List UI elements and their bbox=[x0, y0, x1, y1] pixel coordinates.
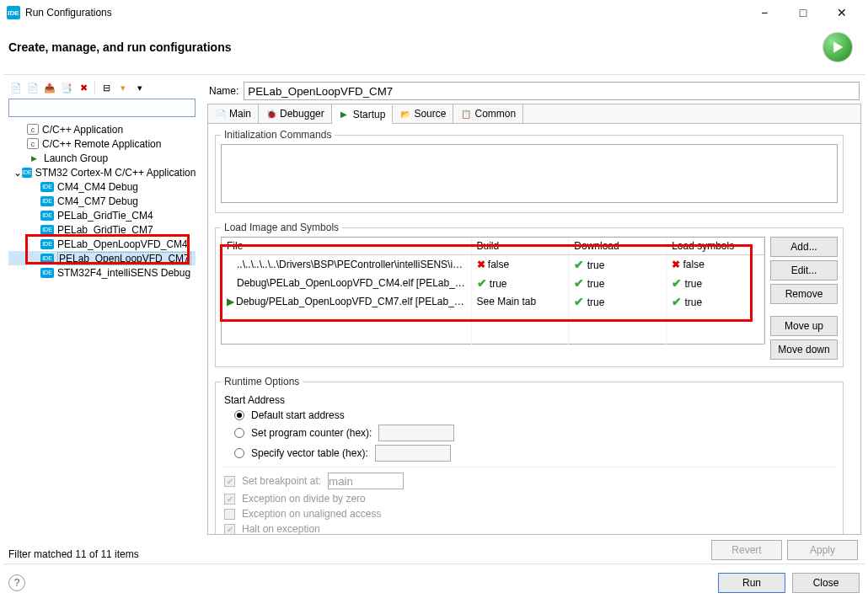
left-panel: 📄 📄 📤 📑 ✖ ⊟ ▾ ▾ cC/C++ Application cC/C+… bbox=[3, 75, 201, 564]
load-image-table[interactable]: File Build Download Load symbols ..\..\.… bbox=[221, 237, 765, 345]
table-row[interactable]: ▶Debug/PELab_OpenLoopVFD_CM7.elf [PELab_… bbox=[222, 292, 764, 311]
tab-main[interactable]: 📄Main bbox=[208, 104, 259, 123]
tree-item[interactable]: IDESTM32F4_intelliSENS Debug bbox=[8, 265, 196, 280]
halt-exception-label: Halt on exception bbox=[242, 523, 320, 535]
default-start-label: Default start address bbox=[251, 409, 345, 421]
new-proto-button[interactable]: 📄 bbox=[25, 80, 40, 95]
init-commands-legend: Initialization Commands bbox=[221, 129, 335, 141]
col-file[interactable]: File bbox=[222, 238, 471, 255]
collapse-button[interactable]: ▾ bbox=[115, 80, 131, 95]
exception-unaligned-checkbox bbox=[224, 509, 235, 520]
tree-item[interactable]: IDECM4_CM7 Debug bbox=[8, 194, 196, 208]
false-icon: ✖ bbox=[477, 259, 485, 270]
exception-unaligned-label: Exception on unaligned access bbox=[242, 508, 381, 520]
move-down-button[interactable]: Move down bbox=[770, 339, 838, 360]
table-row[interactable]: ..\..\..\..\..\Drivers\BSP\PEController\… bbox=[222, 255, 764, 275]
name-label: Name: bbox=[209, 85, 238, 97]
col-download[interactable]: Download bbox=[569, 238, 667, 255]
delete-button[interactable]: ✖ bbox=[76, 80, 91, 95]
init-commands-textarea[interactable] bbox=[221, 144, 838, 203]
play-icon: ▶ bbox=[227, 296, 234, 307]
tab-debugger[interactable]: 🐞Debugger bbox=[259, 104, 332, 123]
window-title: Run Configurations bbox=[25, 7, 745, 19]
col-build[interactable]: Build bbox=[471, 238, 569, 255]
pc-hex-input bbox=[378, 425, 454, 441]
maximize-button[interactable]: □ bbox=[784, 0, 822, 25]
minimize-button[interactable]: − bbox=[745, 0, 784, 25]
load-image-group: Load Image and Symbols File Build Downlo… bbox=[215, 222, 844, 367]
set-breakpoint-checkbox: ✔ bbox=[224, 476, 235, 487]
config-tree[interactable]: cC/C++ Application cC/C++ Remote Applica… bbox=[8, 120, 196, 543]
apply-button: Apply bbox=[787, 540, 858, 560]
set-breakpoint-label: Set breakpoint at: bbox=[242, 475, 321, 487]
true-icon: ✔ bbox=[672, 295, 682, 308]
close-window-button[interactable]: ✕ bbox=[822, 0, 861, 25]
true-icon: ✔ bbox=[477, 276, 487, 290]
true-icon: ✔ bbox=[574, 258, 584, 271]
runtime-options-group: Runtime Options Start Address Default st… bbox=[215, 376, 844, 535]
runtime-legend: Runtime Options bbox=[221, 376, 303, 387]
run-button[interactable]: Run bbox=[718, 573, 785, 593]
dialog-footer: ? Run Close bbox=[0, 564, 868, 601]
dialog-subtitle: Create, manage, and run configurations bbox=[8, 40, 232, 54]
edit-button[interactable]: Edit... bbox=[770, 260, 838, 280]
tree-item[interactable]: IDECM4_CM4 Debug bbox=[8, 179, 196, 194]
load-image-legend: Load Image and Symbols bbox=[221, 222, 342, 233]
true-icon: ✔ bbox=[672, 276, 682, 290]
config-toolbar: 📄 📄 📤 📑 ✖ ⊟ ▾ ▾ bbox=[8, 78, 196, 99]
tree-item[interactable]: ▶Launch Group bbox=[8, 151, 196, 165]
tree-item[interactable]: IDEPELab_OpenLoopVFD_CM4 bbox=[8, 237, 196, 251]
halt-exception-checkbox: ✔ bbox=[224, 524, 235, 535]
table-row[interactable]: Debug\PELab_OpenLoopVFD_CM4.elf [PELab_O… bbox=[222, 274, 764, 292]
init-commands-group: Initialization Commands bbox=[215, 129, 844, 213]
tree-item-selected[interactable]: IDEPELab_OpenLoopVFD_CM7 bbox=[8, 251, 196, 265]
duplicate-button[interactable]: 📑 bbox=[59, 80, 74, 95]
tab-content[interactable]: Initialization Commands Load Image and S… bbox=[207, 124, 861, 535]
vt-hex-input bbox=[375, 445, 451, 462]
false-icon: ✖ bbox=[672, 259, 680, 270]
remove-button[interactable]: Remove bbox=[770, 284, 838, 304]
tree-item[interactable]: IDEPELab_GridTie_CM4 bbox=[8, 208, 196, 222]
config-name-input[interactable] bbox=[244, 82, 860, 100]
tree-item[interactable]: ⌄IDESTM32 Cortex-M C/C++ Application bbox=[8, 165, 196, 179]
exception-div-checkbox: ✔ bbox=[224, 494, 235, 505]
set-pc-label: Set program counter (hex): bbox=[251, 427, 372, 439]
new-config-button[interactable]: 📄 bbox=[8, 80, 24, 95]
titlebar: IDE Run Configurations − □ ✕ bbox=[0, 0, 868, 25]
default-start-radio[interactable] bbox=[234, 410, 244, 420]
true-icon: ✔ bbox=[574, 276, 584, 290]
tree-item[interactable]: cC/C++ Remote Application bbox=[8, 136, 196, 151]
right-panel: Name: 📄Main 🐞Debugger ▶Startup 📂Source 📋… bbox=[201, 75, 865, 564]
help-icon[interactable]: ? bbox=[8, 574, 25, 591]
true-icon: ✔ bbox=[574, 295, 584, 308]
exception-div-label: Exception on divide by zero bbox=[242, 493, 366, 505]
tab-source[interactable]: 📂Source bbox=[393, 104, 453, 123]
export-button[interactable]: 📤 bbox=[42, 80, 57, 95]
set-vt-radio[interactable] bbox=[234, 448, 244, 458]
filter-input[interactable] bbox=[8, 99, 196, 117]
revert-button: Revert bbox=[711, 540, 782, 560]
tabs: 📄Main 🐞Debugger ▶Startup 📂Source 📋Common bbox=[207, 104, 861, 124]
expand-button[interactable]: ⊟ bbox=[99, 80, 114, 95]
close-button[interactable]: Close bbox=[792, 573, 860, 593]
tree-item[interactable]: IDEPELab_GridTie_CM7 bbox=[8, 222, 196, 237]
tree-item[interactable]: cC/C++ Application bbox=[8, 122, 196, 136]
col-load-symbols[interactable]: Load symbols bbox=[667, 238, 764, 255]
start-address-label: Start Address bbox=[224, 394, 838, 406]
breakpoint-input[interactable] bbox=[328, 473, 404, 489]
filter-menu-button[interactable]: ▾ bbox=[132, 80, 147, 95]
add-button[interactable]: Add... bbox=[770, 237, 838, 257]
ide-icon: IDE bbox=[7, 6, 20, 19]
move-up-button[interactable]: Move up bbox=[770, 316, 838, 336]
tab-common[interactable]: 📋Common bbox=[453, 104, 523, 123]
set-pc-radio[interactable] bbox=[234, 428, 244, 438]
filter-status: Filter matched 11 of 11 items bbox=[8, 543, 196, 560]
set-vt-label: Specify vector table (hex): bbox=[251, 447, 368, 459]
tab-startup[interactable]: ▶Startup bbox=[332, 105, 394, 124]
svg-marker-0 bbox=[833, 42, 843, 53]
run-large-icon bbox=[822, 32, 853, 62]
